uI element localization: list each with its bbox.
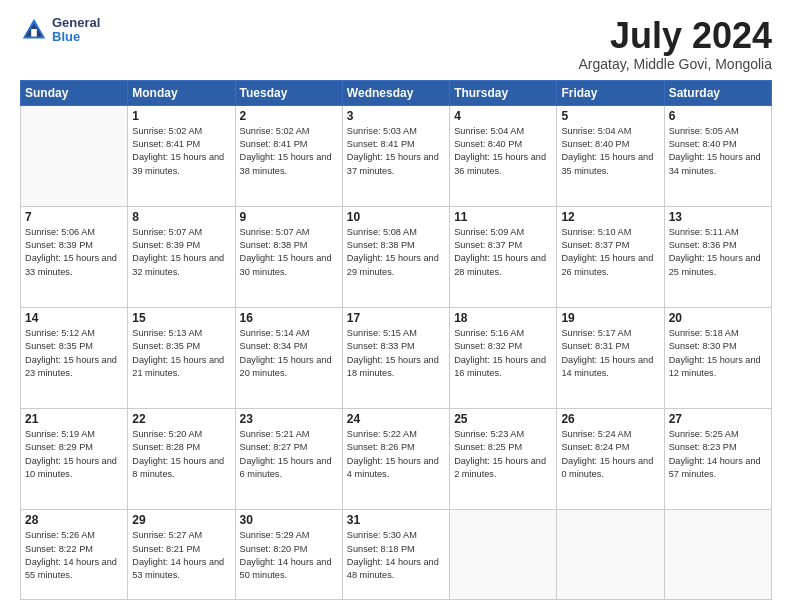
day-info: Sunrise: 5:02 AMSunset: 8:41 PMDaylight:… [240, 125, 338, 178]
day-info: Sunrise: 5:22 AMSunset: 8:26 PMDaylight:… [347, 428, 445, 481]
weekday-header-row: Sunday Monday Tuesday Wednesday Thursday… [21, 80, 772, 105]
day-info: Sunrise: 5:04 AMSunset: 8:40 PMDaylight:… [454, 125, 552, 178]
day-info: Sunrise: 5:03 AMSunset: 8:41 PMDaylight:… [347, 125, 445, 178]
day-info: Sunrise: 5:10 AMSunset: 8:37 PMDaylight:… [561, 226, 659, 279]
day-cell: 12 Sunrise: 5:10 AMSunset: 8:37 PMDaylig… [557, 206, 664, 307]
day-cell: 10 Sunrise: 5:08 AMSunset: 8:38 PMDaylig… [342, 206, 449, 307]
day-number: 15 [132, 311, 230, 325]
calendar-page: General Blue July 2024 Argatay, Middle G… [0, 0, 792, 612]
day-number: 24 [347, 412, 445, 426]
day-cell [557, 510, 664, 600]
day-cell: 31 Sunrise: 5:30 AMSunset: 8:18 PMDaylig… [342, 510, 449, 600]
day-cell: 19 Sunrise: 5:17 AMSunset: 8:31 PMDaylig… [557, 307, 664, 408]
day-info: Sunrise: 5:16 AMSunset: 8:32 PMDaylight:… [454, 327, 552, 380]
svg-rect-2 [31, 29, 37, 36]
day-info: Sunrise: 5:14 AMSunset: 8:34 PMDaylight:… [240, 327, 338, 380]
day-info: Sunrise: 5:20 AMSunset: 8:28 PMDaylight:… [132, 428, 230, 481]
header-tuesday: Tuesday [235, 80, 342, 105]
title-block: July 2024 Argatay, Middle Govi, Mongolia [579, 16, 773, 72]
day-number: 22 [132, 412, 230, 426]
day-cell: 1 Sunrise: 5:02 AMSunset: 8:41 PMDayligh… [128, 105, 235, 206]
day-info: Sunrise: 5:17 AMSunset: 8:31 PMDaylight:… [561, 327, 659, 380]
day-cell: 30 Sunrise: 5:29 AMSunset: 8:20 PMDaylig… [235, 510, 342, 600]
day-cell: 13 Sunrise: 5:11 AMSunset: 8:36 PMDaylig… [664, 206, 771, 307]
day-cell: 27 Sunrise: 5:25 AMSunset: 8:23 PMDaylig… [664, 409, 771, 510]
location-subtitle: Argatay, Middle Govi, Mongolia [579, 56, 773, 72]
week-row-4: 21 Sunrise: 5:19 AMSunset: 8:29 PMDaylig… [21, 409, 772, 510]
day-number: 23 [240, 412, 338, 426]
day-info: Sunrise: 5:07 AMSunset: 8:38 PMDaylight:… [240, 226, 338, 279]
logo-blue: Blue [52, 30, 100, 44]
day-info: Sunrise: 5:11 AMSunset: 8:36 PMDaylight:… [669, 226, 767, 279]
week-row-2: 7 Sunrise: 5:06 AMSunset: 8:39 PMDayligh… [21, 206, 772, 307]
day-number: 21 [25, 412, 123, 426]
day-cell: 6 Sunrise: 5:05 AMSunset: 8:40 PMDayligh… [664, 105, 771, 206]
week-row-1: 1 Sunrise: 5:02 AMSunset: 8:41 PMDayligh… [21, 105, 772, 206]
day-info: Sunrise: 5:08 AMSunset: 8:38 PMDaylight:… [347, 226, 445, 279]
day-info: Sunrise: 5:04 AMSunset: 8:40 PMDaylight:… [561, 125, 659, 178]
day-cell: 25 Sunrise: 5:23 AMSunset: 8:25 PMDaylig… [450, 409, 557, 510]
day-info: Sunrise: 5:27 AMSunset: 8:21 PMDaylight:… [132, 529, 230, 582]
day-number: 6 [669, 109, 767, 123]
day-number: 11 [454, 210, 552, 224]
day-info: Sunrise: 5:24 AMSunset: 8:24 PMDaylight:… [561, 428, 659, 481]
day-info: Sunrise: 5:26 AMSunset: 8:22 PMDaylight:… [25, 529, 123, 582]
day-cell: 8 Sunrise: 5:07 AMSunset: 8:39 PMDayligh… [128, 206, 235, 307]
day-number: 13 [669, 210, 767, 224]
day-number: 26 [561, 412, 659, 426]
day-cell: 15 Sunrise: 5:13 AMSunset: 8:35 PMDaylig… [128, 307, 235, 408]
day-number: 12 [561, 210, 659, 224]
day-cell [664, 510, 771, 600]
day-cell: 23 Sunrise: 5:21 AMSunset: 8:27 PMDaylig… [235, 409, 342, 510]
day-cell: 22 Sunrise: 5:20 AMSunset: 8:28 PMDaylig… [128, 409, 235, 510]
day-cell: 5 Sunrise: 5:04 AMSunset: 8:40 PMDayligh… [557, 105, 664, 206]
logo-general: General [52, 16, 100, 30]
day-cell: 18 Sunrise: 5:16 AMSunset: 8:32 PMDaylig… [450, 307, 557, 408]
day-number: 28 [25, 513, 123, 527]
day-cell [450, 510, 557, 600]
day-cell: 7 Sunrise: 5:06 AMSunset: 8:39 PMDayligh… [21, 206, 128, 307]
day-number: 27 [669, 412, 767, 426]
day-cell: 16 Sunrise: 5:14 AMSunset: 8:34 PMDaylig… [235, 307, 342, 408]
day-info: Sunrise: 5:23 AMSunset: 8:25 PMDaylight:… [454, 428, 552, 481]
day-number: 8 [132, 210, 230, 224]
day-info: Sunrise: 5:06 AMSunset: 8:39 PMDaylight:… [25, 226, 123, 279]
day-info: Sunrise: 5:29 AMSunset: 8:20 PMDaylight:… [240, 529, 338, 582]
day-number: 16 [240, 311, 338, 325]
day-info: Sunrise: 5:15 AMSunset: 8:33 PMDaylight:… [347, 327, 445, 380]
day-cell: 17 Sunrise: 5:15 AMSunset: 8:33 PMDaylig… [342, 307, 449, 408]
month-title: July 2024 [579, 16, 773, 56]
day-cell: 26 Sunrise: 5:24 AMSunset: 8:24 PMDaylig… [557, 409, 664, 510]
calendar-table: Sunday Monday Tuesday Wednesday Thursday… [20, 80, 772, 600]
day-info: Sunrise: 5:30 AMSunset: 8:18 PMDaylight:… [347, 529, 445, 582]
day-cell: 14 Sunrise: 5:12 AMSunset: 8:35 PMDaylig… [21, 307, 128, 408]
day-cell: 29 Sunrise: 5:27 AMSunset: 8:21 PMDaylig… [128, 510, 235, 600]
day-number: 3 [347, 109, 445, 123]
header-thursday: Thursday [450, 80, 557, 105]
day-number: 31 [347, 513, 445, 527]
week-row-3: 14 Sunrise: 5:12 AMSunset: 8:35 PMDaylig… [21, 307, 772, 408]
day-info: Sunrise: 5:09 AMSunset: 8:37 PMDaylight:… [454, 226, 552, 279]
header-wednesday: Wednesday [342, 80, 449, 105]
day-number: 1 [132, 109, 230, 123]
day-cell: 11 Sunrise: 5:09 AMSunset: 8:37 PMDaylig… [450, 206, 557, 307]
day-number: 14 [25, 311, 123, 325]
day-info: Sunrise: 5:18 AMSunset: 8:30 PMDaylight:… [669, 327, 767, 380]
day-cell: 24 Sunrise: 5:22 AMSunset: 8:26 PMDaylig… [342, 409, 449, 510]
day-info: Sunrise: 5:05 AMSunset: 8:40 PMDaylight:… [669, 125, 767, 178]
day-number: 10 [347, 210, 445, 224]
day-number: 20 [669, 311, 767, 325]
day-cell: 2 Sunrise: 5:02 AMSunset: 8:41 PMDayligh… [235, 105, 342, 206]
week-row-5: 28 Sunrise: 5:26 AMSunset: 8:22 PMDaylig… [21, 510, 772, 600]
day-cell: 21 Sunrise: 5:19 AMSunset: 8:29 PMDaylig… [21, 409, 128, 510]
logo-icon [20, 16, 48, 44]
day-cell [21, 105, 128, 206]
day-number: 2 [240, 109, 338, 123]
logo-text: General Blue [52, 16, 100, 45]
day-info: Sunrise: 5:12 AMSunset: 8:35 PMDaylight:… [25, 327, 123, 380]
day-number: 7 [25, 210, 123, 224]
day-cell: 28 Sunrise: 5:26 AMSunset: 8:22 PMDaylig… [21, 510, 128, 600]
day-number: 29 [132, 513, 230, 527]
day-number: 25 [454, 412, 552, 426]
day-info: Sunrise: 5:21 AMSunset: 8:27 PMDaylight:… [240, 428, 338, 481]
